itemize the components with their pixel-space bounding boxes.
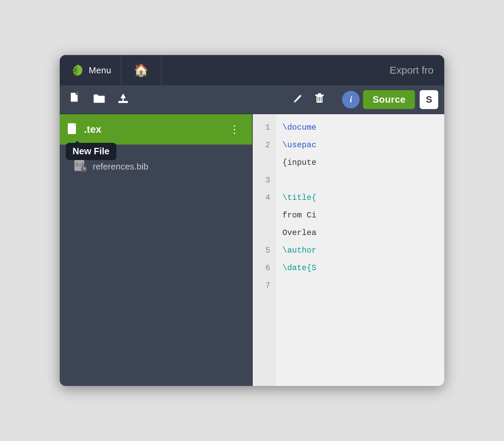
code-area[interactable]: 1 2 3 4 5 6 7 \docume \usepac {inpute bbox=[253, 114, 444, 386]
line-num-2: 2 bbox=[253, 136, 276, 154]
source-button[interactable]: Source bbox=[363, 90, 415, 109]
file-panel: New File .tex ⋮ bib bbox=[60, 114, 252, 386]
line-num-4: 4 bbox=[253, 189, 276, 207]
trash-icon bbox=[314, 93, 325, 106]
code-line-4c: Overlea bbox=[282, 224, 438, 242]
code-line-1: \docume bbox=[282, 119, 438, 136]
upload-button[interactable] bbox=[113, 89, 133, 110]
active-file-icon bbox=[67, 123, 79, 136]
code-line-6: \date{S bbox=[282, 259, 438, 277]
list-item[interactable]: bib ✎ references.bib bbox=[64, 152, 247, 181]
rename-button[interactable] bbox=[289, 90, 307, 109]
line-num-1: 1 bbox=[253, 119, 276, 136]
info-icon: i bbox=[350, 95, 352, 105]
code-line-2: \usepac bbox=[282, 136, 438, 154]
line-num-empty-1 bbox=[253, 154, 276, 172]
pencil-icon bbox=[293, 93, 303, 106]
file-more-button[interactable]: ⋮ bbox=[225, 121, 245, 138]
line-num-5: 5 bbox=[253, 242, 276, 259]
code-line-3 bbox=[282, 172, 438, 189]
editor-panel: 1 2 3 4 5 6 7 \docume \usepac {inpute bbox=[252, 114, 444, 386]
code-line-4b: from Ci bbox=[282, 207, 438, 224]
delete-button[interactable] bbox=[310, 89, 329, 110]
home-button[interactable]: 🏠 bbox=[121, 55, 162, 85]
line-num-empty-2 bbox=[253, 207, 276, 224]
toolbar: i Source S bbox=[60, 85, 444, 114]
line-num-7: 7 bbox=[253, 277, 276, 294]
svg-rect-14 bbox=[315, 95, 324, 96]
new-file-icon bbox=[70, 92, 81, 107]
logo-icon bbox=[69, 63, 84, 78]
svg-rect-15 bbox=[318, 93, 321, 95]
navbar-spacer bbox=[162, 55, 379, 85]
line-num-6: 6 bbox=[253, 259, 276, 277]
svg-rect-10 bbox=[118, 102, 128, 103]
active-file-name: .tex bbox=[84, 124, 220, 135]
line-num-3: 3 bbox=[253, 172, 276, 189]
new-file-button[interactable] bbox=[66, 88, 85, 110]
line-numbers: 1 2 3 4 5 6 7 bbox=[253, 114, 276, 386]
svg-text:✎: ✎ bbox=[83, 166, 86, 171]
new-folder-button[interactable] bbox=[89, 89, 110, 109]
svg-marker-11 bbox=[120, 94, 126, 101]
bib-file-icon: bib ✎ bbox=[74, 158, 87, 175]
navbar: Menu 🏠 Export fro bbox=[60, 55, 444, 85]
menu-label: Menu bbox=[89, 65, 111, 76]
upload-icon bbox=[117, 92, 129, 107]
split-button[interactable]: S bbox=[420, 90, 438, 109]
export-label: Export fro bbox=[379, 55, 444, 85]
code-line-2b: {inpute bbox=[282, 154, 438, 172]
brand-area[interactable]: Menu bbox=[60, 55, 121, 85]
code-line-7 bbox=[282, 277, 438, 294]
bib-file-name: references.bib bbox=[93, 161, 148, 172]
info-button[interactable]: i bbox=[342, 91, 360, 108]
code-content[interactable]: \docume \usepac {inpute \title{ from Ci … bbox=[276, 114, 444, 386]
line-num-empty-3 bbox=[253, 224, 276, 242]
folder-icon bbox=[93, 93, 106, 106]
home-icon: 🏠 bbox=[134, 63, 149, 77]
svg-point-2 bbox=[73, 69, 75, 71]
code-line-5: \author bbox=[282, 242, 438, 259]
app-window: Menu 🏠 Export fro bbox=[60, 55, 444, 386]
active-file-row[interactable]: .tex ⋮ bbox=[60, 114, 252, 145]
code-line-4: \title{ bbox=[282, 189, 438, 207]
file-list: bib ✎ references.bib bbox=[60, 145, 252, 386]
main-content: New File .tex ⋮ bib bbox=[60, 114, 444, 386]
